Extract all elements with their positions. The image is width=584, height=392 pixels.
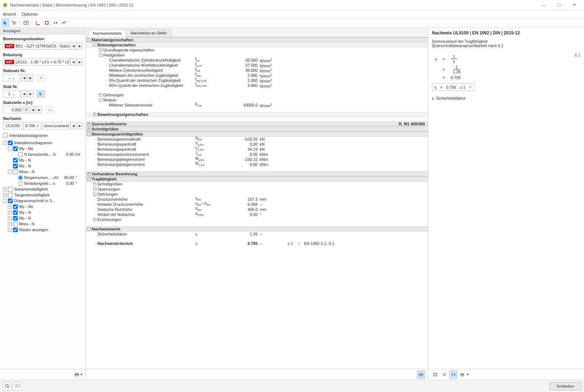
next-button[interactable]: ▶ xyxy=(77,122,83,129)
situation-label: Bemessungssituation xyxy=(3,37,83,41)
grid-row[interactable]: +Spannungen xyxy=(86,187,428,192)
situation-select[interactable]: GZT BS1 - GZT (STR/GEO) - Ständig … ⌄ xyxy=(3,42,70,50)
prev-button[interactable]: ◀ xyxy=(70,58,76,66)
prev-button[interactable]: ◀ xyxy=(21,90,27,97)
grid-row[interactable]: +Bewehrungseigenschaften xyxy=(86,112,428,117)
prev-button[interactable]: ◀ xyxy=(21,74,27,82)
grid-row: ·Winkel der Nullachseα0,Rd0.00° xyxy=(86,212,428,217)
grid-row[interactable]: -Bemessungsschnittgrößen xyxy=(86,132,428,137)
next-button[interactable]: ▶ xyxy=(77,58,83,66)
prev-button[interactable]: ◀ xyxy=(30,106,36,113)
load-select[interactable]: GZT LK101 - 1.35 * LF1 + 0.75 * LF2 +… ⌄ xyxy=(3,58,70,66)
view-icon[interactable] xyxy=(431,371,439,379)
next-button[interactable]: ▶ xyxy=(28,90,33,97)
tree-node[interactable]: +Raster anzeigen xyxy=(3,227,83,233)
tree-node[interactable]: Mz - N xyxy=(3,163,83,169)
tree-node[interactable]: -Diagrammschnitt in 3… xyxy=(3,198,83,204)
tree-node[interactable]: -Interaktionsdiagramm xyxy=(3,140,83,146)
units-icon[interactable]: 0.00 xyxy=(13,382,22,391)
member-select[interactable]: 1 ⌄ xyxy=(3,90,20,97)
tree-node[interactable]: +Mz - N xyxy=(3,215,83,221)
grid-row: ·BemessungsbiegemomentMz,Ed0.00kNm xyxy=(86,162,428,167)
tree-node[interactable]: Biegemomen…αM45.00° xyxy=(3,175,83,180)
grid-row[interactable]: +Krümmungen xyxy=(86,217,428,222)
tool-table-icon[interactable] xyxy=(22,19,30,27)
grid-row[interactable]: -Materialeigenschaften xyxy=(86,37,428,42)
grid-row[interactable]: +Schnittgrößen xyxy=(86,182,428,187)
close-window-button[interactable]: ✕ xyxy=(567,0,582,10)
tree-node[interactable]: +Sekantensteifigkeit xyxy=(3,186,83,192)
legend: γ Sicherheitsfaktor xyxy=(432,96,580,100)
next-button[interactable]: ▶ xyxy=(28,74,33,82)
formula-icon[interactable]: ƒx xyxy=(449,371,457,379)
menu-view[interactable]: Ansicht xyxy=(3,12,16,16)
check-desc-select[interactable]: Grenzzustand …⌄ xyxy=(42,122,70,129)
minimize-button[interactable]: ― xyxy=(536,0,551,10)
grid-row[interactable]: +Grundlegende eigenschaften xyxy=(86,47,428,53)
pick-member-icon[interactable] xyxy=(37,90,45,97)
print-icon[interactable] xyxy=(417,371,425,379)
tree-node[interactable]: N benutzerdef…N0.00kN xyxy=(3,151,83,157)
grid-row[interactable]: -Moduln xyxy=(86,97,428,103)
tab-details[interactable]: Nachweisdetails xyxy=(88,29,126,37)
x-label: Stabstelle x [m] xyxy=(3,100,83,105)
tool-rebar-icon[interactable] xyxy=(51,19,59,27)
menubar: Ansicht Optionen xyxy=(0,10,584,18)
tree-node[interactable]: +My - N xyxy=(3,209,83,215)
print-dropdown-icon[interactable]: ▾ xyxy=(467,372,469,377)
tree-node[interactable]: -My - Mz xyxy=(3,146,83,151)
memberset-label: Stabsatz Nr. xyxy=(3,68,83,73)
grid-row[interactable]: +Dehnungen xyxy=(86,92,428,97)
tabs: Nachweisdetails Nachweise an Stelle xyxy=(86,28,428,37)
equation-row: η= 1γ xyxy=(432,54,475,63)
svg-rect-14 xyxy=(420,372,422,374)
pick-icon[interactable]: ✕ xyxy=(37,74,45,82)
tool-pointer-icon[interactable] xyxy=(10,19,18,27)
result-box: η= 0.795 ≤ 1 ✓ xyxy=(432,83,475,91)
print-icon[interactable] xyxy=(458,371,466,379)
grid-row[interactable]: +QuerschnittswerteR_M1 400/450 xyxy=(86,121,428,126)
tree-node[interactable]: -Mres - N xyxy=(3,169,83,175)
grid-row[interactable]: +Schnittgrößen xyxy=(86,126,428,132)
svg-point-8 xyxy=(54,22,55,24)
member-label: Stab Nr. xyxy=(3,84,83,89)
grid-row[interactable]: -Tragfähigkeit xyxy=(86,176,428,182)
prev-button[interactable]: ◀ xyxy=(70,122,76,129)
interaction-checkbox[interactable]: Interaktionsdiagramm xyxy=(3,133,83,138)
grid-row[interactable]: -Festigkeiten xyxy=(86,53,428,58)
right-panel: Nachweis UL0100 | EN 1992 | DIN | 2015-1… xyxy=(428,28,584,380)
search-icon[interactable] xyxy=(3,382,12,391)
memberset-select[interactable]: -- ⌄ xyxy=(3,74,20,82)
next-button[interactable]: ▶ xyxy=(77,42,83,50)
menu-options[interactable]: Optionen xyxy=(22,12,38,16)
spin-up-down[interactable]: ⇅ xyxy=(24,106,29,113)
tree-node[interactable]: +Tangentensteifigkeit xyxy=(3,192,83,198)
tool-axis-icon[interactable] xyxy=(34,19,42,27)
grid-row: ·Charakteristische Würfeldruckfestigkeit… xyxy=(86,63,428,68)
print-dropdown-icon[interactable]: ▾ xyxy=(80,372,83,377)
tree-node[interactable]: Belastungseb…α0.00° xyxy=(3,180,83,186)
grid-row[interactable]: -Nachweiswerte xyxy=(86,226,428,232)
center-panel: Nachweisdetails Nachweise an Stelle -Mat… xyxy=(86,28,428,380)
list-icon[interactable] xyxy=(440,371,448,379)
tool-select-icon[interactable] xyxy=(1,19,9,27)
interaction-tree: -Interaktionsdiagramm-My - MzN benutzerd… xyxy=(3,140,83,233)
maximize-button[interactable]: ▢ xyxy=(551,0,567,10)
grid-row[interactable]: -Dehnungen xyxy=(86,192,428,197)
x-input[interactable]: 0.000 xyxy=(3,106,23,113)
next-button[interactable]: ▶ xyxy=(36,106,42,113)
grid-row[interactable]: +Vorhandene Bewehrung xyxy=(86,171,428,176)
svg-rect-15 xyxy=(420,375,422,377)
prev-button[interactable]: ◀ xyxy=(70,42,76,50)
tree-node[interactable]: +My - Mz xyxy=(3,204,83,209)
grid-row[interactable]: -Betoneigenschaften xyxy=(86,42,428,47)
tool-graph-icon[interactable] xyxy=(60,19,68,27)
tab-at-location[interactable]: Nachweise an Stelle xyxy=(126,29,171,37)
tree-node[interactable]: +Mres - N xyxy=(3,221,83,227)
svg-text:ƒx: ƒx xyxy=(451,372,456,376)
x-extra-icon[interactable]: x|x xyxy=(46,106,54,113)
print-icon[interactable] xyxy=(74,372,80,377)
tool-section-icon[interactable] xyxy=(43,19,51,27)
tree-node[interactable]: My - N xyxy=(3,157,83,163)
close-button[interactable]: Schließen xyxy=(550,382,581,390)
